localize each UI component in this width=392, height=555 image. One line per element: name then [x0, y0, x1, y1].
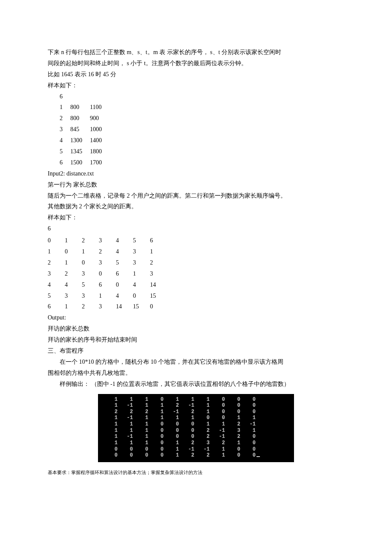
table-cell: 1: [99, 290, 116, 302]
paragraph-line: 比如 1645 表示 16 时 45 分: [48, 69, 344, 80]
table-cell: 1300: [70, 135, 90, 146]
table-row: 413001400: [60, 135, 110, 146]
output-line: 拜访的家长总数: [48, 323, 344, 334]
footer-requirement: 基本要求：掌握程序循环和算法设计的基本方法；掌握复杂算法设计的方法: [48, 469, 344, 477]
table-cell: 2: [82, 235, 99, 246]
table-cell: 1800: [90, 146, 110, 157]
table-row: 2800900: [60, 113, 110, 124]
table-row: 38451000: [60, 124, 110, 135]
table-cell: 845: [70, 124, 90, 135]
table-cell: 5: [48, 290, 65, 302]
table-cell: 15: [150, 290, 167, 302]
table-cell: 0: [82, 257, 99, 268]
sample2-n: 6: [48, 223, 344, 234]
table-cell: 1: [65, 235, 82, 246]
table-cell: 4: [133, 279, 150, 290]
table-cell: 1: [150, 246, 167, 257]
table-cell: 1000: [90, 124, 110, 135]
table-cell: 4: [116, 235, 133, 246]
table-cell: 5: [133, 235, 150, 246]
table-cell: 4: [65, 279, 82, 290]
table-cell: 4: [60, 135, 70, 146]
table-cell: 1: [65, 257, 82, 268]
table-row: 513451800: [60, 146, 110, 157]
output-label: Output:: [48, 312, 344, 323]
table-cell: 2: [60, 113, 70, 124]
table-row: 612314150: [48, 301, 167, 312]
table-cell: 5: [82, 279, 99, 290]
table-row: 3230613: [48, 268, 167, 279]
sample1-n: 6: [48, 91, 344, 102]
input2-label: Input2: distance.txt: [48, 168, 344, 179]
sample2-table: 0123456101243121035323230613445604145331…: [48, 235, 167, 312]
table-cell: 4: [116, 290, 133, 302]
table-cell: 3: [82, 268, 99, 279]
section3-title: 三、布雷程序: [48, 345, 344, 357]
input2-line: 随后为一个二维表格，记录每 2 个用户之间的距离。第二行和第一列数据为家长顺序编…: [48, 190, 344, 201]
paragraph-line: 下来 n 行每行包括三个正整数 m、s、t。m 表 示家长的序号， s、t 分别…: [48, 47, 344, 58]
output-line: 拜访的家长的序号和开始结束时间: [48, 334, 344, 345]
table-cell: 3: [48, 268, 65, 279]
table-cell: 1: [60, 102, 70, 113]
section3-paragraph-line: 围相邻的方格中共有几枚地雷。: [48, 368, 344, 379]
section3-paragraph-line: 在一个 10*10 的方格中，随机分布 10 个地雷，并在其它没有地雷的格中显示…: [48, 357, 344, 368]
table-cell: 0: [133, 290, 150, 302]
table-row: 53314015: [48, 290, 167, 302]
table-cell: 800: [70, 113, 90, 124]
table-cell: 2: [65, 268, 82, 279]
table-cell: 6: [116, 268, 133, 279]
table-row: 0123456: [48, 235, 167, 246]
paragraph-line: 间段的起始时间和终止时间， s 小于 t。注意两个数字的最后两位表示分钟。: [48, 58, 344, 69]
table-cell: 0: [48, 235, 65, 246]
table-cell: 1: [133, 268, 150, 279]
table-cell: 1500: [70, 157, 90, 168]
table-cell: 4: [116, 246, 133, 257]
table-row: 2103532: [48, 257, 167, 268]
table-cell: 900: [90, 113, 110, 124]
table-cell: 1: [82, 246, 99, 257]
cursor-icon: [257, 456, 260, 457]
table-cell: 15: [133, 301, 150, 312]
table-cell: 3: [99, 235, 116, 246]
table-cell: 1400: [90, 135, 110, 146]
section3-sample-output-label: 样例输出： （图中 -1 的位置表示地雷，其它值表示该位置相邻的八个格子中的地雷…: [48, 379, 344, 390]
table-cell: 6: [60, 157, 70, 168]
table-row: 44560414: [48, 279, 167, 290]
input2-line: 第一行为 家长总数: [48, 179, 344, 190]
table-cell: 3: [99, 257, 116, 268]
table-cell: 14: [150, 279, 167, 290]
table-cell: 3: [133, 246, 150, 257]
table-cell: 5: [60, 146, 70, 157]
table-cell: 0: [99, 268, 116, 279]
input2-line: 其他数据为 2 个家长之间的距离。: [48, 201, 344, 212]
table-cell: 3: [65, 290, 82, 302]
table-cell: 1: [65, 301, 82, 312]
table-cell: 3: [82, 290, 99, 302]
sample1-table: 1800110028009003845100041300140051345180…: [60, 102, 110, 168]
sample1-label: 样本如下：: [48, 80, 344, 91]
table-cell: 0: [116, 279, 133, 290]
console-output: 1 1 1 0 1 1 1 0 0 0 1 -1 1 1 2 -1 1 0 0 …: [98, 394, 294, 462]
table-cell: 3: [60, 124, 70, 135]
table-row: 18001100: [60, 102, 110, 113]
table-cell: 5: [116, 257, 133, 268]
table-cell: 1345: [70, 146, 90, 157]
table-cell: 1: [48, 246, 65, 257]
table-cell: 1700: [90, 157, 110, 168]
table-cell: 1100: [90, 102, 110, 113]
table-cell: 800: [70, 102, 90, 113]
table-cell: 6: [48, 301, 65, 312]
table-cell: 14: [116, 301, 133, 312]
table-cell: 2: [48, 257, 65, 268]
table-row: 1012431: [48, 246, 167, 257]
table-cell: 4: [48, 279, 65, 290]
table-row: 615001700: [60, 157, 110, 168]
table-cell: 3: [150, 268, 167, 279]
table-cell: 2: [99, 246, 116, 257]
table-cell: 3: [99, 301, 116, 312]
table-cell: 2: [82, 301, 99, 312]
table-cell: 0: [65, 246, 82, 257]
table-cell: 2: [150, 257, 167, 268]
table-cell: 0: [150, 301, 167, 312]
table-cell: 6: [150, 235, 167, 246]
